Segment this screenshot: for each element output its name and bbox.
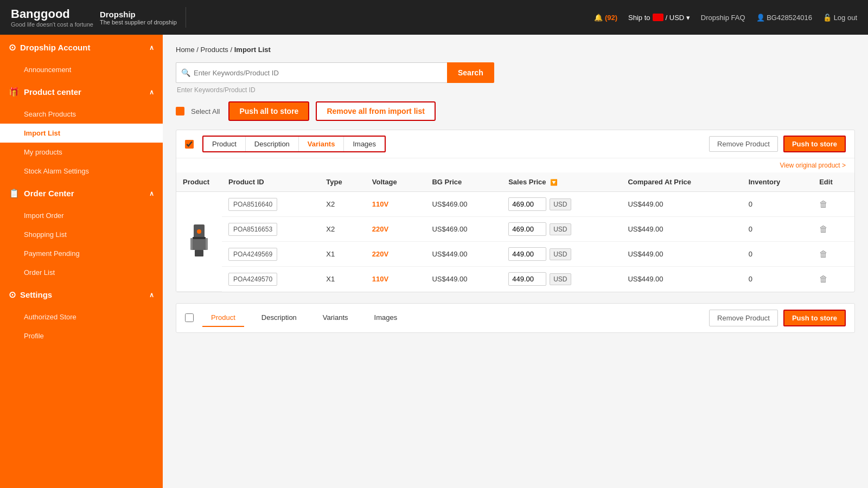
sidebar-item-shopping-list[interactable]: Shopping List [0, 225, 163, 244]
delete-row-icon[interactable]: 🗑 [819, 274, 828, 284]
sales-price-input[interactable] [508, 222, 546, 236]
table-row: POA8516640 X2 110V US$469.00 USD US$449.… [176, 192, 854, 217]
tab-variants-1[interactable]: Variants [299, 137, 344, 151]
product-id-cell: POA4249570 [222, 267, 320, 292]
sidebar-section-label-order: Order Center [24, 189, 74, 198]
sidebar-item-search-products[interactable]: Search Products [0, 105, 163, 124]
dropship-account-icon: ⊙ [9, 43, 16, 52]
sales-price-cell: USD [502, 242, 621, 267]
chevron-up-icon-4: ∧ [149, 291, 154, 299]
product-id-value: POA4249570 [228, 273, 277, 286]
sidebar-item-payment-pending[interactable]: Payment Pending [0, 244, 163, 263]
type-cell: X1 [320, 242, 365, 267]
product-image-cell [176, 192, 222, 292]
sidebar-section-order-center[interactable]: 📋Order Center ∧ [0, 181, 163, 206]
remove-all-from-import-list-button[interactable]: Remove all from import list [316, 101, 435, 121]
voltage-cell: 220V [366, 217, 426, 242]
edit-cell: 🗑 [813, 267, 854, 292]
voltage-cell: 110V [366, 192, 426, 217]
product-table-1: Product Product ID Type Voltage BG Price… [176, 172, 854, 292]
user-account-link[interactable]: 👤 BG428524016 [756, 14, 812, 22]
breadcrumb-products[interactable]: Products [201, 46, 228, 54]
dropship-title-area: Dropship The best supplier of dropship [100, 10, 177, 25]
breadcrumb-home[interactable]: Home [176, 46, 195, 54]
product-checkbox-1[interactable] [185, 140, 194, 149]
user-icon: 👤 [756, 14, 765, 22]
edit-cell: 🗑 [813, 217, 854, 242]
tab-bottom-variants[interactable]: Variants [314, 309, 357, 327]
bell-icon: 🔔 [594, 14, 603, 22]
sort-icon: 🔽 [550, 179, 558, 185]
product-card-header-1: Product Description Variants Images Remo… [176, 130, 854, 158]
currency-badge: USD [550, 248, 571, 260]
push-all-to-store-button[interactable]: Push all to store [228, 101, 309, 121]
compared-at-price-cell: US$449.00 [621, 217, 742, 242]
delete-row-icon[interactable]: 🗑 [819, 249, 828, 259]
logo-area: Banggood Good life doesn't cost a fortun… [11, 7, 186, 28]
sidebar-section-product-center[interactable]: 🎁Product center ∧ [0, 79, 163, 105]
notification-bell[interactable]: 🔔 (92) [594, 14, 617, 22]
view-original-link-1[interactable]: View original product > [176, 158, 854, 172]
sidebar-item-import-order[interactable]: Import Order [0, 206, 163, 225]
svg-rect-4 [190, 238, 193, 250]
tab-bottom-images[interactable]: Images [366, 309, 406, 327]
tab-product-1[interactable]: Product [203, 137, 246, 151]
sidebar-item-my-products[interactable]: My products [0, 143, 163, 162]
product-card-1: Product Description Variants Images Remo… [176, 130, 855, 292]
product-id-cell: POA4249569 [222, 242, 320, 267]
faq-link[interactable]: Dropship FAQ [701, 14, 745, 22]
order-center-icon: 📋 [9, 189, 20, 198]
search-hint: Enter Keywords/Product ID [177, 86, 855, 94]
search-input[interactable] [176, 62, 447, 83]
delete-row-icon[interactable]: 🗑 [819, 224, 828, 234]
th-voltage: Voltage [366, 172, 426, 192]
sidebar-section-dropship-account[interactable]: ⊙Dropship Account ∧ [0, 35, 163, 60]
compared-at-price-cell: US$449.00 [621, 267, 742, 292]
product-center-icon: 🎁 [9, 87, 20, 97]
remove-product-button-1[interactable]: Remove Product [709, 136, 778, 152]
sidebar-item-announcement[interactable]: Announcement [0, 60, 163, 79]
voltage-cell: 220V [366, 242, 426, 267]
sidebar-item-order-list[interactable]: Order List [0, 263, 163, 282]
sales-price-input[interactable] [508, 247, 546, 261]
remove-product-button-bottom[interactable]: Remove Product [709, 310, 778, 326]
push-to-store-button-1[interactable]: Push to store [783, 136, 846, 152]
sidebar-section-label-dropship: Dropship Account [20, 43, 90, 52]
search-button[interactable]: Search [447, 62, 494, 83]
type-cell: X1 [320, 267, 365, 292]
sales-price-input[interactable] [508, 272, 546, 286]
bg-price-cell: US$449.00 [425, 242, 502, 267]
username-label: BG428524016 [767, 14, 812, 22]
logout-link[interactable]: 🔓 Log out [823, 14, 857, 22]
edit-cell: 🗑 [813, 242, 854, 267]
currency-label: / USD ▾ [666, 14, 690, 22]
ship-to[interactable]: Ship to / USD ▾ [628, 14, 690, 22]
sidebar-section-settings[interactable]: ⊙Settings ∧ [0, 282, 163, 307]
sidebar-section-label-settings: Settings [20, 290, 52, 299]
sales-price-input[interactable] [508, 197, 546, 211]
sidebar-item-import-list[interactable]: Import List [0, 124, 163, 143]
tab-description-1[interactable]: Description [246, 137, 299, 151]
product-id-value: POA8516640 [228, 198, 277, 211]
th-edit: Edit [813, 172, 854, 192]
sidebar-item-authorized-store[interactable]: Authorized Store [0, 307, 163, 326]
delete-row-icon[interactable]: 🗑 [819, 200, 828, 209]
bottom-product-checkbox[interactable] [185, 313, 194, 322]
sidebar-item-profile[interactable]: Profile [0, 326, 163, 345]
th-product: Product [176, 172, 222, 192]
logo-tagline: Good life doesn't cost a fortune [11, 21, 93, 28]
bottom-product-card: Product Description Variants Images Remo… [176, 303, 855, 333]
push-to-store-button-bottom[interactable]: Push to store [783, 310, 846, 326]
inventory-cell: 0 [742, 217, 813, 242]
sidebar-section-label-product: Product center [24, 87, 81, 97]
tab-bottom-product[interactable]: Product [202, 309, 244, 327]
bg-price-cell: US$469.00 [425, 192, 502, 217]
edit-cell: 🗑 [813, 192, 854, 217]
search-input-wrap: 🔍 [176, 62, 447, 83]
tab-images-1[interactable]: Images [344, 137, 385, 151]
tab-bottom-description[interactable]: Description [253, 309, 305, 327]
ship-to-label: Ship to [628, 14, 650, 22]
top-navigation: Banggood Good life doesn't cost a fortun… [0, 0, 868, 35]
sidebar-item-stock-alarm[interactable]: Stock Alarm Settings [0, 162, 163, 181]
select-all-checkbox[interactable] [176, 107, 184, 115]
